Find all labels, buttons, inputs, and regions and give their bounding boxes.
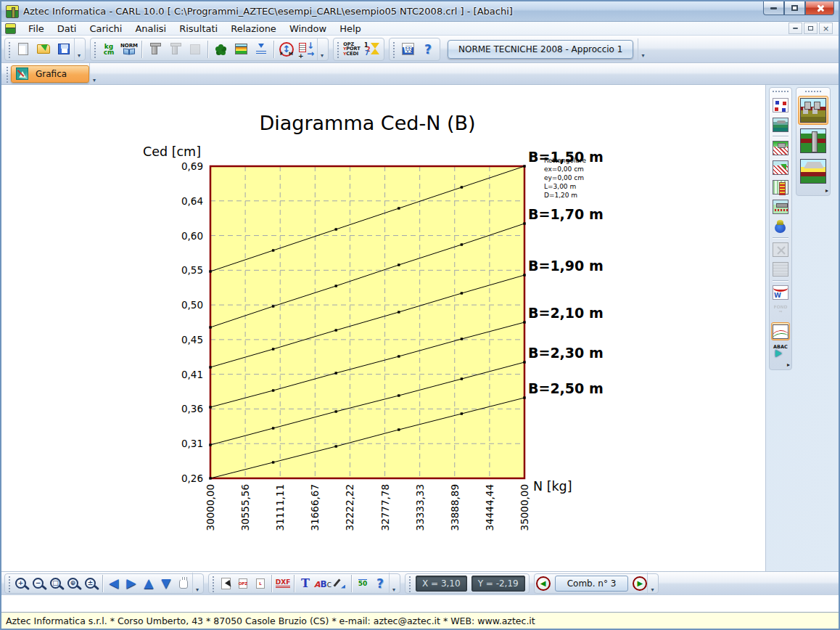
- dxf-export-button[interactable]: DXF: [274, 574, 292, 593]
- menu-bar: FileDatiCarichiAnalisiRisultatiRelazione…: [1, 22, 839, 36]
- menu-item-relazione[interactable]: Relazione: [224, 22, 283, 35]
- footing-load-button[interactable]: [771, 197, 790, 216]
- units-button[interactable]: kgcm: [99, 39, 119, 60]
- mdi-child-icon[interactable]: [5, 23, 16, 34]
- dimension-button[interactable]: 50: [354, 574, 371, 593]
- toolbar-overflow-chip[interactable]: ▾: [638, 38, 647, 60]
- toolbar-grip[interactable]: [804, 90, 822, 94]
- menu-item-file[interactable]: File: [22, 22, 51, 35]
- toolbar-expand-chip[interactable]: ▸: [825, 188, 828, 194]
- menu-item-carichi[interactable]: Carichi: [83, 22, 128, 35]
- next-combination-button[interactable]: ▶: [633, 576, 647, 591]
- svg-text:30555,56: 30555,56: [239, 484, 251, 531]
- menu-item-dati[interactable]: Dati: [51, 22, 83, 35]
- mdi-restore-button[interactable]: [804, 22, 818, 34]
- font-button[interactable]: ABC: [314, 574, 332, 593]
- toolbar-overflow-chip[interactable]: ▾: [74, 38, 83, 60]
- close-button[interactable]: [805, 1, 834, 15]
- combination-selector-button[interactable]: Comb. n° 3: [555, 576, 629, 592]
- data-toolbar-group: kgcm NORM ↕ FM: [90, 38, 329, 61]
- analysis-options-button[interactable]: OPZYPORTYCEDI: [342, 39, 362, 60]
- mdi-close-button[interactable]: ×: [819, 22, 833, 34]
- water-table-button[interactable]: [251, 39, 271, 60]
- stratigraphy-view-button[interactable]: [771, 115, 790, 134]
- results-table-button: [771, 260, 790, 278]
- foundation-plan-button[interactable]: [771, 139, 790, 157]
- minimize-button[interactable]: [763, 1, 784, 15]
- close-icon: [816, 4, 824, 12]
- restore-button[interactable]: [784, 1, 805, 15]
- text-tool-icon: T: [301, 578, 310, 589]
- load-combinations-button[interactable]: ↓ →+: [297, 39, 317, 60]
- toolbar-grip[interactable]: [408, 575, 411, 592]
- report-button[interactable]: W: [398, 39, 418, 60]
- open-file-button[interactable]: [33, 39, 54, 60]
- previous-combination-button[interactable]: ◀: [536, 576, 551, 591]
- bearing-capacity-button[interactable]: [771, 217, 790, 235]
- zoom-window-button[interactable]: □: [48, 574, 65, 593]
- toolbar-grip[interactable]: [392, 41, 395, 58]
- pan-right-button[interactable]: ▶: [123, 574, 140, 593]
- soil-section-button[interactable]: [771, 158, 790, 176]
- legend-colors-button[interactable]: [771, 96, 790, 114]
- draw-options-button[interactable]: OPZ: [234, 574, 252, 593]
- menu-item-analisi[interactable]: Analisi: [128, 22, 173, 35]
- text-tool-button[interactable]: T: [297, 574, 314, 593]
- loads-button[interactable]: ↕ FM: [276, 39, 297, 60]
- zoom-extents-button[interactable]: ⊕: [65, 574, 83, 593]
- soil-section-icon: [773, 160, 788, 175]
- toolbar-grip[interactable]: [7, 41, 11, 58]
- toolbar-grip[interactable]: [7, 575, 11, 592]
- foundation-geometry-button[interactable]: [144, 39, 165, 60]
- toolbar-expand-chip[interactable]: ▸: [787, 362, 790, 368]
- toolbar-overflow-chip[interactable]: ▾: [192, 573, 202, 594]
- retaining-wall-button[interactable]: [771, 178, 790, 196]
- run-analysis-button[interactable]: 12 7: [362, 39, 382, 60]
- pan-left-button[interactable]: ◀: [105, 574, 123, 593]
- pan-hand-button[interactable]: [175, 574, 192, 593]
- save-file-button[interactable]: [54, 39, 74, 60]
- stratigraphy-button[interactable]: [231, 39, 251, 60]
- abachi-chart-button[interactable]: [771, 322, 790, 340]
- status-bar: Aztec Informatica s.r.l. * Corso Umberto…: [1, 612, 839, 629]
- zoom-in-button[interactable]: +: [13, 574, 30, 593]
- arrow-left-icon: ◀: [109, 577, 118, 589]
- word-export-button[interactable]: W: [771, 283, 790, 301]
- layers-button[interactable]: L: [252, 574, 269, 593]
- abac-next-button[interactable]: ABAC: [771, 342, 790, 360]
- help-button-2[interactable]: ?: [371, 574, 389, 593]
- menu-item-help[interactable]: Help: [333, 22, 368, 35]
- vegetation-button[interactable]: [210, 39, 231, 60]
- new-file-button[interactable]: [13, 39, 33, 60]
- help-button[interactable]: ?: [418, 39, 438, 60]
- toolbar-grip[interactable]: [772, 90, 789, 94]
- pan-up-button[interactable]: ▲: [140, 574, 157, 593]
- menu-item-risultati[interactable]: Risultati: [173, 22, 224, 35]
- toolbar-overflow-chip[interactable]: ▾: [89, 63, 99, 85]
- plinth-type-button[interactable]: [798, 157, 828, 186]
- pillar-disabled-button: [165, 39, 185, 60]
- select-cursor-icon: [221, 578, 231, 589]
- bearing-capacity-icon: [773, 219, 788, 234]
- pan-down-button[interactable]: ▼: [157, 574, 175, 593]
- select-button[interactable]: [217, 574, 234, 593]
- zoom-out-button[interactable]: −: [30, 574, 48, 593]
- svg-text:35000,00: 35000,00: [519, 484, 530, 531]
- grafica-tab-button[interactable]: Grafica: [11, 65, 89, 83]
- pile-type-button[interactable]: [798, 126, 828, 155]
- toolbar-overflow-chip[interactable]: ▾: [647, 573, 656, 594]
- toolbar-grip[interactable]: [336, 41, 339, 58]
- toolbar-grip[interactable]: [211, 575, 215, 592]
- toolbar-grip[interactable]: [5, 65, 9, 83]
- norme-tecniche-button[interactable]: NORME TECNICHE 2008 - Approccio 1: [448, 40, 633, 59]
- zoom-previous-button[interactable]: ±: [83, 574, 100, 593]
- edit-toolbar-group: OPZ L DXF T ABC 50 ? ▾: [208, 573, 400, 594]
- norms-button[interactable]: NORM: [119, 39, 139, 60]
- footing-type-button[interactable]: [798, 96, 828, 125]
- toolbar-grip[interactable]: [93, 41, 96, 58]
- mdi-minimize-button[interactable]: [788, 22, 802, 34]
- color-brush-button[interactable]: [332, 574, 349, 593]
- toolbar-overflow-chip[interactable]: ▾: [317, 38, 326, 60]
- toolbar-overflow-chip[interactable]: ▾: [389, 573, 398, 594]
- menu-item-window[interactable]: Window: [283, 22, 333, 35]
